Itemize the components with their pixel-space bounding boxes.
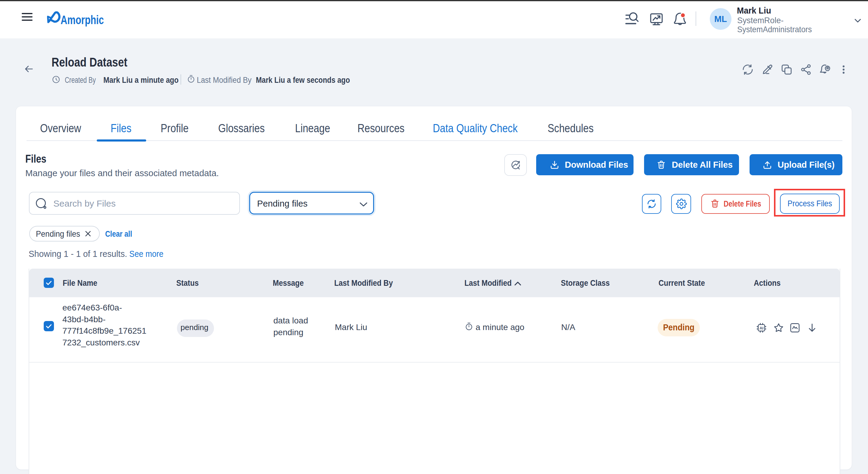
svg-text:AI: AI	[760, 326, 764, 330]
